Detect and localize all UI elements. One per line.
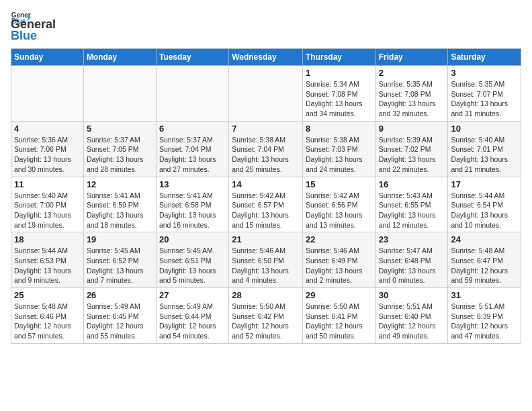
day-cell-17: 17Sunrise: 5:44 AMSunset: 6:54 PMDayligh… (448, 177, 521, 232)
calendar-table: SundayMondayTuesdayWednesdayThursdayFrid… (11, 48, 521, 344)
header-thursday: Thursday (302, 49, 375, 66)
calendar-header-row: SundayMondayTuesdayWednesdayThursdayFrid… (11, 49, 521, 66)
day-number: 17 (451, 179, 518, 189)
day-number: 13 (159, 179, 226, 189)
day-number: 19 (87, 234, 153, 244)
day-number: 3 (451, 68, 518, 78)
day-cell-14: 14Sunrise: 5:42 AMSunset: 6:57 PMDayligh… (229, 177, 303, 232)
day-info: Sunrise: 5:42 AMSunset: 6:57 PMDaylight:… (232, 191, 300, 230)
day-info: Sunrise: 5:42 AMSunset: 6:56 PMDaylight:… (306, 191, 373, 230)
day-cell-19: 19Sunrise: 5:45 AMSunset: 6:52 PMDayligh… (83, 232, 156, 288)
page-header: General Blue General Blue (11, 11, 521, 43)
week-row-1: 1Sunrise: 5:34 AMSunset: 7:08 PMDaylight… (11, 66, 521, 122)
day-number: 30 (379, 290, 445, 300)
day-info: Sunrise: 5:50 AMSunset: 6:42 PMDaylight:… (232, 302, 300, 341)
day-info: Sunrise: 5:37 AMSunset: 7:04 PMDaylight:… (159, 135, 226, 175)
day-cell-28: 28Sunrise: 5:50 AMSunset: 6:42 PMDayligh… (229, 288, 303, 344)
day-info: Sunrise: 5:49 AMSunset: 6:44 PMDaylight:… (159, 302, 226, 341)
day-number: 10 (451, 124, 518, 134)
day-cell-empty (229, 66, 303, 122)
day-info: Sunrise: 5:37 AMSunset: 7:05 PMDaylight:… (87, 135, 153, 175)
day-number: 29 (306, 290, 373, 300)
header-monday: Monday (83, 49, 156, 66)
day-cell-5: 5Sunrise: 5:37 AMSunset: 7:05 PMDaylight… (83, 121, 156, 177)
day-cell-1: 1Sunrise: 5:34 AMSunset: 7:08 PMDaylight… (302, 66, 375, 122)
day-info: Sunrise: 5:40 AMSunset: 7:00 PMDaylight:… (14, 191, 81, 230)
day-cell-26: 26Sunrise: 5:49 AMSunset: 6:45 PMDayligh… (83, 288, 156, 344)
logo-blue-text: Blue (11, 29, 56, 43)
day-cell-3: 3Sunrise: 5:35 AMSunset: 7:07 PMDaylight… (448, 66, 521, 122)
day-number: 24 (451, 234, 518, 244)
day-number: 28 (232, 290, 300, 300)
header-friday: Friday (375, 49, 448, 66)
day-info: Sunrise: 5:49 AMSunset: 6:45 PMDaylight:… (87, 302, 153, 341)
day-number: 22 (306, 234, 373, 244)
day-cell-9: 9Sunrise: 5:39 AMSunset: 7:02 PMDaylight… (375, 121, 448, 177)
day-number: 21 (232, 234, 300, 244)
day-cell-31: 31Sunrise: 5:51 AMSunset: 6:39 PMDayligh… (448, 288, 521, 344)
day-info: Sunrise: 5:46 AMSunset: 6:50 PMDaylight:… (232, 246, 300, 285)
day-info: Sunrise: 5:47 AMSunset: 6:48 PMDaylight:… (379, 246, 445, 285)
day-number: 25 (14, 290, 81, 300)
day-info: Sunrise: 5:44 AMSunset: 6:53 PMDaylight:… (14, 246, 81, 285)
day-cell-6: 6Sunrise: 5:37 AMSunset: 7:04 PMDaylight… (156, 121, 228, 177)
day-number: 15 (306, 179, 373, 189)
header-saturday: Saturday (448, 49, 521, 66)
day-cell-4: 4Sunrise: 5:36 AMSunset: 7:06 PMDaylight… (11, 121, 84, 177)
header-tuesday: Tuesday (156, 49, 228, 66)
week-row-2: 4Sunrise: 5:36 AMSunset: 7:06 PMDaylight… (11, 121, 521, 177)
day-number: 31 (451, 290, 518, 300)
logo: General Blue General Blue (11, 11, 56, 43)
day-number: 23 (379, 234, 445, 244)
week-row-5: 25Sunrise: 5:48 AMSunset: 6:46 PMDayligh… (11, 288, 521, 344)
day-cell-2: 2Sunrise: 5:35 AMSunset: 7:08 PMDaylight… (375, 66, 448, 122)
header-wednesday: Wednesday (229, 49, 303, 66)
day-number: 4 (14, 124, 81, 134)
day-number: 18 (14, 234, 81, 244)
day-info: Sunrise: 5:45 AMSunset: 6:52 PMDaylight:… (87, 246, 153, 285)
day-number: 27 (159, 290, 226, 300)
day-info: Sunrise: 5:38 AMSunset: 7:04 PMDaylight:… (232, 135, 300, 175)
day-cell-11: 11Sunrise: 5:40 AMSunset: 7:00 PMDayligh… (11, 177, 84, 232)
day-info: Sunrise: 5:39 AMSunset: 7:02 PMDaylight:… (379, 135, 445, 175)
day-info: Sunrise: 5:41 AMSunset: 6:58 PMDaylight:… (159, 191, 226, 230)
day-cell-10: 10Sunrise: 5:40 AMSunset: 7:01 PMDayligh… (448, 121, 521, 177)
day-cell-22: 22Sunrise: 5:46 AMSunset: 6:49 PMDayligh… (302, 232, 375, 288)
day-cell-29: 29Sunrise: 5:50 AMSunset: 6:41 PMDayligh… (302, 288, 375, 344)
day-number: 9 (379, 124, 445, 134)
day-cell-18: 18Sunrise: 5:44 AMSunset: 6:53 PMDayligh… (11, 232, 84, 288)
day-info: Sunrise: 5:51 AMSunset: 6:39 PMDaylight:… (451, 302, 518, 341)
day-info: Sunrise: 5:43 AMSunset: 6:55 PMDaylight:… (379, 191, 445, 230)
day-cell-16: 16Sunrise: 5:43 AMSunset: 6:55 PMDayligh… (375, 177, 448, 232)
day-info: Sunrise: 5:35 AMSunset: 7:08 PMDaylight:… (379, 79, 445, 119)
day-number: 14 (232, 179, 300, 189)
day-info: Sunrise: 5:46 AMSunset: 6:49 PMDaylight:… (306, 246, 373, 285)
day-number: 11 (14, 179, 81, 189)
day-cell-27: 27Sunrise: 5:49 AMSunset: 6:44 PMDayligh… (156, 288, 228, 344)
day-number: 16 (379, 179, 445, 189)
day-number: 5 (87, 124, 153, 134)
calendar-body: 1Sunrise: 5:34 AMSunset: 7:08 PMDaylight… (11, 66, 521, 344)
day-info: Sunrise: 5:50 AMSunset: 6:41 PMDaylight:… (306, 302, 373, 341)
day-info: Sunrise: 5:51 AMSunset: 6:40 PMDaylight:… (379, 302, 445, 341)
day-cell-15: 15Sunrise: 5:42 AMSunset: 6:56 PMDayligh… (302, 177, 375, 232)
day-cell-empty (83, 66, 156, 122)
week-row-3: 11Sunrise: 5:40 AMSunset: 7:00 PMDayligh… (11, 177, 521, 232)
day-info: Sunrise: 5:44 AMSunset: 6:54 PMDaylight:… (451, 191, 518, 230)
day-cell-21: 21Sunrise: 5:46 AMSunset: 6:50 PMDayligh… (229, 232, 303, 288)
day-cell-30: 30Sunrise: 5:51 AMSunset: 6:40 PMDayligh… (375, 288, 448, 344)
day-info: Sunrise: 5:35 AMSunset: 7:07 PMDaylight:… (451, 79, 518, 119)
day-number: 8 (306, 124, 373, 134)
day-info: Sunrise: 5:48 AMSunset: 6:47 PMDaylight:… (451, 246, 518, 285)
day-info: Sunrise: 5:34 AMSunset: 7:08 PMDaylight:… (306, 79, 373, 119)
day-number: 1 (306, 68, 373, 78)
day-number: 12 (87, 179, 153, 189)
day-info: Sunrise: 5:48 AMSunset: 6:46 PMDaylight:… (14, 302, 81, 341)
day-info: Sunrise: 5:45 AMSunset: 6:51 PMDaylight:… (159, 246, 226, 285)
day-cell-7: 7Sunrise: 5:38 AMSunset: 7:04 PMDaylight… (229, 121, 303, 177)
day-cell-13: 13Sunrise: 5:41 AMSunset: 6:58 PMDayligh… (156, 177, 228, 232)
day-number: 2 (379, 68, 445, 78)
day-info: Sunrise: 5:38 AMSunset: 7:03 PMDaylight:… (306, 135, 373, 175)
day-cell-23: 23Sunrise: 5:47 AMSunset: 6:48 PMDayligh… (375, 232, 448, 288)
day-cell-25: 25Sunrise: 5:48 AMSunset: 6:46 PMDayligh… (11, 288, 84, 344)
